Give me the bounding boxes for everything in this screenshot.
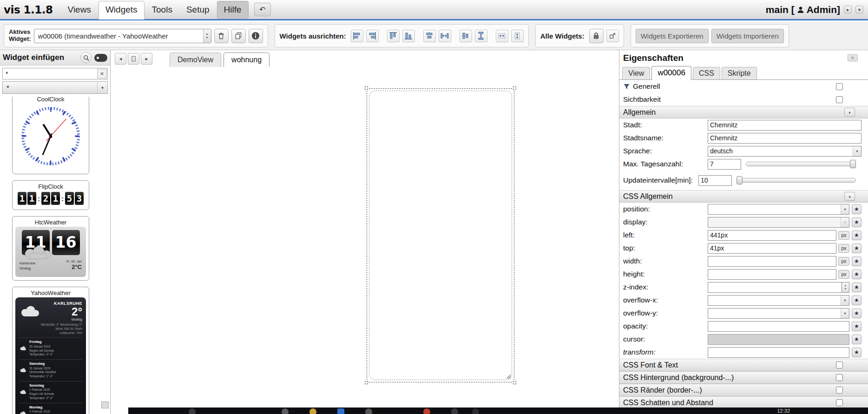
taskbar-app-icon[interactable] <box>189 408 196 414</box>
widget-card-yahooweather[interactable]: YahooWeather KARLSRUHE 2° Wolkig Windchi… <box>12 287 89 414</box>
undo-button[interactable]: ↶ <box>254 3 271 16</box>
selection-anchor[interactable] <box>365 381 368 384</box>
zindex-spinner[interactable]: ▴▾ <box>842 282 849 293</box>
slider-thumb[interactable] <box>736 176 743 184</box>
open-views-button[interactable] <box>606 30 619 42</box>
taskbar-app-icon[interactable] <box>423 408 430 414</box>
css-background-checkbox[interactable] <box>836 374 843 381</box>
menu-setup[interactable]: Setup <box>180 1 216 18</box>
widget-info-button[interactable] <box>249 29 263 43</box>
bind-state-button[interactable]: ★ <box>852 204 861 214</box>
copy-view-button[interactable] <box>128 53 139 65</box>
lock-widgets-button[interactable] <box>589 29 604 43</box>
section-css-allgemein[interactable]: CSS Allgemein ▴ <box>619 190 868 203</box>
selection-anchor[interactable] <box>365 86 368 90</box>
delete-widget-button[interactable] <box>214 29 229 43</box>
display-select[interactable]: ▾ <box>708 217 849 228</box>
header-dropdown-button[interactable]: ▾ <box>855 6 863 13</box>
sprache-select[interactable]: deutsch ▾ <box>708 146 861 157</box>
left-input[interactable] <box>708 230 836 241</box>
align-center-vertical-button[interactable] <box>460 30 472 42</box>
bind-state-button[interactable]: ★ <box>852 348 861 357</box>
cursor-input[interactable] <box>708 334 849 345</box>
prev-view-button[interactable]: ◂ <box>115 53 126 65</box>
overflow-x-select[interactable]: ▾ <box>708 295 849 306</box>
palette-search-button[interactable] <box>80 52 92 63</box>
view-tab-demoview[interactable]: DemoView <box>170 53 221 67</box>
taskbar-app-icon[interactable] <box>282 408 289 414</box>
align-left-button[interactable] <box>351 30 363 42</box>
next-view-button[interactable]: ▸ <box>141 53 152 65</box>
widget-card-flipclock[interactable]: FlipClock 1 1 : 2 1 : 5 3 <box>12 180 89 210</box>
align-bottom-button[interactable] <box>402 30 415 42</box>
bind-state-button[interactable]: ★ <box>852 309 861 318</box>
tab-css[interactable]: CSS <box>693 67 720 79</box>
tagesanzahl-input[interactable] <box>708 159 741 170</box>
collapse-button[interactable]: ▴ <box>844 192 855 201</box>
taskbar-app-icon[interactable] <box>337 408 344 414</box>
position-select[interactable]: ▾ <box>708 204 849 215</box>
section-allgemein[interactable]: Allgemein ▴ <box>619 106 868 118</box>
update-slider[interactable] <box>736 178 856 183</box>
panel-collapse-button[interactable]: ≡ <box>848 54 858 61</box>
menu-widgets[interactable]: Widgets <box>99 1 145 20</box>
bind-state-button[interactable]: ★ <box>852 283 861 292</box>
taskbar-app-icon[interactable] <box>472 408 479 414</box>
align-right-button[interactable] <box>366 30 379 42</box>
css-shadow-checkbox[interactable] <box>836 399 843 406</box>
taskbar-app-icon[interactable] <box>365 408 372 414</box>
menu-hilfe[interactable]: Hilfe <box>217 1 249 19</box>
align-center-horizontal-button[interactable] <box>423 30 436 42</box>
distribute-horizontal-button[interactable] <box>439 30 451 42</box>
export-widgets-button[interactable]: Widgets Exportieren <box>636 29 709 43</box>
bind-state-button[interactable]: ★ <box>852 269 861 279</box>
same-height-button[interactable] <box>511 30 524 42</box>
px-unit-button[interactable]: px <box>838 231 849 240</box>
active-widget-select[interactable]: w00006 (timeandweather - YahooWeather ▴ … <box>34 29 211 43</box>
sichtbarkeit-checkbox[interactable] <box>836 96 843 103</box>
slider-thumb[interactable] <box>850 160 856 168</box>
section-css-font[interactable]: CSS Font & Text <box>619 359 868 371</box>
generell-checkbox[interactable] <box>836 83 843 90</box>
section-css-border[interactable]: CSS Ränder (border-...) <box>619 384 868 396</box>
px-unit-button[interactable]: px <box>838 244 849 253</box>
same-width-button[interactable] <box>496 30 508 42</box>
css-border-checkbox[interactable] <box>836 387 843 394</box>
tagesanzahl-slider[interactable] <box>746 162 856 166</box>
section-css-background[interactable]: CSS Hintergrund (background-...) <box>619 371 868 384</box>
align-top-button[interactable] <box>387 30 400 42</box>
tab-view[interactable]: View <box>622 67 650 79</box>
menu-tools[interactable]: Tools <box>145 1 179 18</box>
stadt-input[interactable] <box>708 120 861 131</box>
selection-anchor[interactable] <box>513 381 516 384</box>
palette-scrollbar-thumb[interactable] <box>101 401 109 408</box>
resize-handle[interactable] <box>505 373 511 379</box>
bind-state-button[interactable]: ★ <box>852 217 861 227</box>
import-widgets-button[interactable]: Widgets Importieren <box>711 29 784 43</box>
view-canvas[interactable]: ◂ ▸ DemoView wohnung <box>111 50 619 414</box>
overflow-y-select[interactable]: ▾ <box>708 308 849 319</box>
collapse-button[interactable]: ▴ <box>844 108 855 117</box>
taskbar-app-icon[interactable] <box>309 408 316 414</box>
stadtsname-input[interactable] <box>708 133 861 144</box>
bind-state-button[interactable]: ★ <box>852 335 861 344</box>
bind-state-button[interactable]: ★ <box>852 230 861 240</box>
widget-card-htcweather[interactable]: HtcWeather 11 16 Karlsruhe Wolkig <box>12 216 89 281</box>
tab-widget[interactable]: w00006 <box>651 66 691 80</box>
bind-state-button[interactable]: ★ <box>852 243 861 253</box>
widget-card-coolclock[interactable]: CoolClock <box>12 97 89 174</box>
view-tab-wohnung[interactable]: wohnung <box>224 53 270 67</box>
transform-input[interactable] <box>708 347 849 358</box>
bind-state-button[interactable]: ★ <box>852 322 861 331</box>
selection-anchor[interactable] <box>513 86 516 90</box>
copy-widget-button[interactable] <box>231 29 246 43</box>
height-input[interactable] <box>708 269 836 280</box>
distribute-vertical-button[interactable] <box>475 30 487 42</box>
widget-filter-input[interactable]: * × <box>2 68 108 79</box>
menu-views[interactable]: Views <box>61 1 98 18</box>
tag-filter-button[interactable] <box>94 54 107 62</box>
header-next-button[interactable]: ▸ <box>844 6 852 13</box>
zindex-input[interactable] <box>708 282 842 293</box>
opacity-input[interactable] <box>708 321 849 332</box>
tab-skripte[interactable]: Skripte <box>722 67 757 79</box>
